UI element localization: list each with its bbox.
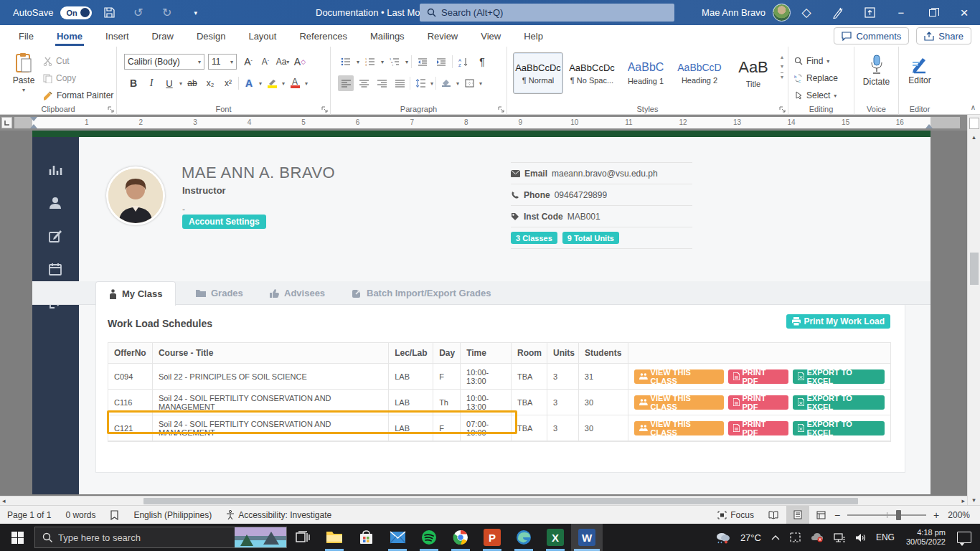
align-center-button[interactable] (356, 75, 372, 91)
numbering-button[interactable]: 123 (362, 54, 378, 70)
language-indicator[interactable]: English (Philippines) (126, 506, 219, 524)
grow-font-button[interactable]: Aˆ (240, 54, 256, 70)
tab-mailings[interactable]: Mailings (359, 25, 416, 47)
scroll-down-icon[interactable]: ▾ (968, 495, 980, 505)
styles-scroll-down-icon[interactable]: ▾ (781, 63, 783, 70)
underline-button[interactable]: U (161, 75, 177, 91)
right-indent-marker[interactable] (925, 124, 933, 128)
font-dialog-launcher[interactable] (321, 106, 328, 113)
clipboard-dialog-launcher[interactable] (108, 106, 114, 113)
text-effects-button[interactable]: A (241, 75, 257, 91)
styles-more-icon[interactable]: ▾ (781, 72, 783, 80)
view-class-button[interactable]: VIEW THIS CLASS (634, 421, 724, 435)
print-workload-button[interactable]: Print My Work Load (786, 314, 890, 329)
copy-button[interactable]: Copy (43, 70, 113, 87)
print-layout-icon[interactable] (786, 506, 809, 524)
view-class-button[interactable]: VIEW THIS CLASS (634, 395, 724, 410)
restore-icon[interactable] (917, 0, 948, 25)
print-pdf-button[interactable]: PRINT PDF (728, 395, 788, 410)
line-spacing-dropdown-icon[interactable]: ▾ (430, 80, 433, 87)
temperature[interactable]: 27°C (736, 524, 765, 551)
font-name-select[interactable]: Calibri (Body)▾ (124, 54, 204, 70)
powerpoint-button[interactable]: P (476, 524, 508, 551)
chrome-button[interactable] (445, 524, 476, 551)
ribbon-display-icon[interactable] (854, 0, 885, 25)
spotify-button[interactable] (413, 524, 445, 551)
editor-button[interactable]: Editor (899, 50, 941, 85)
style-heading2[interactable]: AaBbCcD Heading 2 (674, 52, 725, 94)
sort-button[interactable]: AZ (456, 54, 471, 70)
first-line-indent-marker[interactable] (30, 117, 37, 121)
zoom-out-icon[interactable]: − (833, 506, 842, 524)
mail-button[interactable] (382, 524, 413, 551)
print-pdf-button[interactable]: PRINT PDF (728, 369, 788, 384)
accessibility-status[interactable]: Accessibility: Investigate (219, 506, 339, 524)
search-highlights-illustration[interactable] (235, 527, 286, 548)
comments-button[interactable]: Comments (834, 27, 909, 44)
export-excel-button[interactable]: EXPORT TO EXCEL (793, 421, 885, 435)
bar-chart-icon[interactable] (48, 163, 62, 177)
tab-insert[interactable]: Insert (94, 25, 141, 47)
borders-dropdown-icon[interactable]: ▾ (479, 80, 482, 87)
paste-dropdown-icon[interactable]: ▾ (22, 87, 25, 93)
zoom-slider-thumb[interactable] (896, 510, 901, 520)
align-right-button[interactable] (374, 75, 390, 91)
dictate-button[interactable]: Dictate (854, 48, 898, 87)
line-spacing-button[interactable] (413, 75, 428, 91)
justify-button[interactable] (392, 75, 407, 91)
minimize-icon[interactable]: − (885, 0, 917, 25)
taskbar-search-input[interactable] (58, 532, 216, 543)
show-formatting-button[interactable]: ¶ (474, 54, 490, 70)
start-button[interactable] (0, 524, 34, 551)
replace-button[interactable]: bc Replace (794, 70, 838, 87)
user-avatar[interactable] (773, 4, 791, 22)
tab-review[interactable]: Review (416, 25, 470, 47)
select-button[interactable]: Select▾ (794, 87, 838, 104)
tab-design[interactable]: Design (185, 25, 237, 47)
action-center-button[interactable] (953, 524, 980, 551)
diamond-icon[interactable]: ◇ (791, 0, 822, 25)
scroll-right-icon[interactable]: ▸ (961, 497, 965, 504)
save-icon[interactable] (99, 4, 121, 22)
taskbar-search[interactable] (34, 527, 287, 548)
decrease-indent-button[interactable] (415, 54, 430, 70)
file-explorer-button[interactable] (319, 524, 350, 551)
horizontal-scroll-thumb[interactable] (143, 498, 858, 504)
edge-button[interactable] (508, 524, 540, 551)
account-settings-button[interactable]: Account Settings (182, 215, 266, 229)
tab-home[interactable]: Home (45, 25, 94, 47)
qat-chevron-icon[interactable]: ▾ (185, 4, 207, 22)
multilevel-dropdown-icon[interactable]: ▾ (405, 59, 408, 65)
volume-icon[interactable] (851, 524, 870, 551)
highlight-dropdown-icon[interactable]: ▾ (282, 80, 285, 87)
proofing-icon[interactable] (103, 506, 126, 524)
horizontal-ruler[interactable]: 12345678910111213141516 (14, 117, 960, 128)
tab-stop-selector[interactable] (1, 117, 12, 128)
find-button[interactable]: Find▾ (794, 52, 838, 70)
tab-help[interactable]: Help (512, 25, 555, 47)
tab-layout[interactable]: Layout (237, 25, 288, 47)
paragraph-dialog-launcher[interactable] (498, 106, 504, 113)
format-painter-button[interactable]: Format Painter (43, 87, 113, 104)
shrink-font-button[interactable]: Aˇ (258, 54, 273, 70)
tab-grades[interactable]: Grades (183, 281, 256, 305)
tab-advisees[interactable]: Advisees (257, 281, 338, 305)
share-button[interactable]: Share (916, 27, 971, 44)
tab-my-class[interactable]: My Class (95, 281, 176, 306)
export-excel-button[interactable]: EXPORT TO EXCEL (793, 369, 885, 384)
collapse-ribbon-icon[interactable]: ∧ (971, 103, 976, 111)
view-class-button[interactable]: VIEW THIS CLASS (634, 369, 724, 384)
style-normal[interactable]: AaBbCcDc ¶ Normal (513, 52, 563, 94)
clock[interactable]: 4:18 pm 30/05/2022 (900, 528, 951, 547)
borders-button[interactable] (461, 75, 477, 91)
horizontal-scrollbar[interactable]: ◂ ▸ (0, 496, 967, 505)
bold-button[interactable]: B (126, 75, 141, 91)
zoom-slider[interactable] (847, 514, 926, 516)
calendar-icon[interactable] (48, 262, 62, 276)
font-size-select[interactable]: 11▾ (208, 54, 237, 70)
style-title[interactable]: AaB Title (728, 52, 778, 94)
page-indicator[interactable]: Page 1 of 1 (0, 506, 58, 524)
read-mode-icon[interactable] (761, 506, 786, 524)
style-heading1[interactable]: AaBbC Heading 1 (621, 52, 671, 94)
shading-dropdown-icon[interactable]: ▾ (456, 80, 459, 87)
